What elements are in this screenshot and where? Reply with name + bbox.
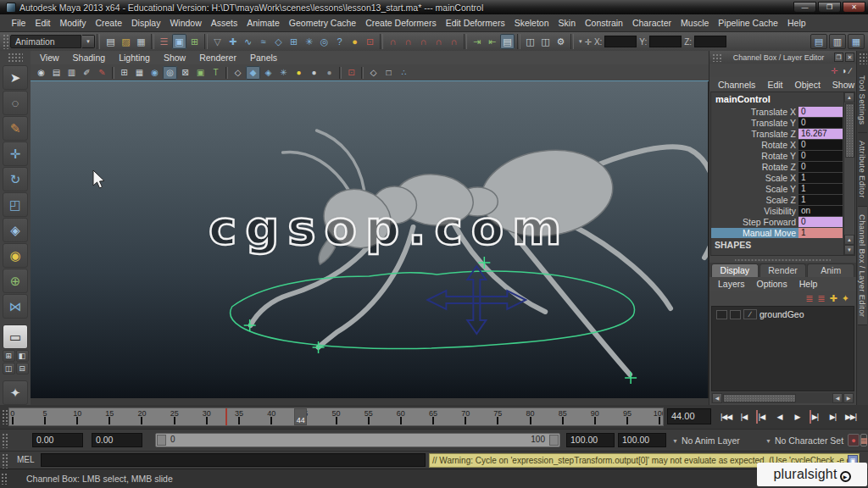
channel-value-field[interactable]: 1 [798,195,843,205]
persp-outliner-layout-button[interactable]: ◧ [16,350,29,362]
animation-end-field[interactable]: 100.00 [618,433,666,447]
panel-menu-show[interactable]: Show [158,53,192,63]
wireframe-mode-icon[interactable]: ◇ [231,66,245,80]
persp-graph-layout-button[interactable]: ⊟ [16,363,29,374]
channel-label[interactable]: Visibility [711,206,798,216]
move-layer-down-icon[interactable]: ≣ [817,293,825,304]
move-tool[interactable]: ✛ [3,141,28,166]
default-light-icon[interactable]: ● [292,66,306,80]
rotate-tool[interactable]: ↻ [3,167,28,191]
scroll-right-icon[interactable]: ▶ [843,393,854,403]
channel-box-menu-show[interactable]: Show [827,80,860,90]
menu-set-selector[interactable]: Animation [10,35,81,48]
lock-selection-icon[interactable]: ● [348,34,362,49]
layer-row-groundgeo[interactable]: ∕groundGeo [712,307,854,322]
channel-box-toggle-icon[interactable]: ▦ [848,34,865,49]
four-pane-layout-button[interactable]: ⊞ [3,350,15,362]
drag-handle[interactable] [712,53,722,62]
current-frame-marker[interactable]: 44 [294,408,307,425]
scroll-thumb[interactable] [845,103,854,158]
menu-skin[interactable]: Skin [554,16,580,30]
safe-title-icon[interactable]: T [209,66,223,80]
single-pane-layout-button[interactable]: ▭ [3,324,28,349]
drag-handle[interactable] [2,453,8,469]
toolbox-extra-button[interactable]: ✦ [3,380,28,405]
select-tool[interactable]: ➤ [3,65,28,90]
auto-keyframe-icon[interactable]: ● [848,434,860,446]
save-scene-icon[interactable]: ▦ [134,34,148,49]
plugin-shading-icon[interactable]: ∴ [397,66,411,80]
menu-assets[interactable]: Assets [206,16,242,30]
channel-value-field[interactable]: 1 [798,184,843,194]
mask-deformations-icon[interactable]: ⊞ [287,34,301,49]
channel-value-field[interactable]: 0 [798,151,843,161]
menu-animate[interactable]: Animate [242,16,285,30]
side-tab-channel-box[interactable]: Channel Box / Layer Editor [858,207,867,325]
close-button[interactable]: ✕ [843,2,865,13]
tool-settings-toggle-icon[interactable]: ▥ [829,34,846,49]
drag-handle[interactable] [1,473,7,485]
menu-display[interactable]: Display [126,16,164,30]
channel-label[interactable]: Rotate X [711,140,798,150]
step-back-one-frame-button[interactable]: |◀ [735,408,753,426]
menu-geometry-cache[interactable]: Geometry Cache [284,16,360,30]
select-hierarchy-icon[interactable]: ☰ [157,34,171,49]
all-lights-icon[interactable]: ✳ [276,66,291,80]
select-component-icon[interactable]: ⊞ [187,34,202,49]
channel-value-field[interactable]: 0 [798,140,843,150]
soft-modification-tool[interactable]: ◉ [3,243,28,268]
channel-label[interactable]: Translate Y [711,118,798,128]
menu-file[interactable]: File [7,16,31,30]
panel-splitter[interactable] [735,256,831,263]
menu-help[interactable]: Help [782,16,810,30]
animation-preferences-icon[interactable]: ▦ [860,434,867,446]
scroll-down-icon[interactable]: ▼ [844,245,854,255]
layer-playback-toggle[interactable] [730,310,741,319]
channel-label[interactable]: Scale X [711,173,798,183]
ipr-render-icon[interactable]: ◫ [538,34,553,49]
scroll-left-icon[interactable]: ◀ [832,393,843,403]
playback-end-field[interactable]: 100.00 [566,433,615,447]
close-panel-button[interactable]: ✕ [845,53,854,62]
camera-settings-icon[interactable]: ◉ [34,66,48,80]
channel-label[interactable]: Translate Z [711,129,798,139]
menu-edit[interactable]: Edit [31,16,55,30]
show-manipulator-tool[interactable]: ⊕ [3,269,28,293]
time-slider-ruler[interactable]: 0510152025303540455055606570758085909510… [8,408,664,426]
camera-bookmark-icon[interactable]: ▤ [49,66,64,80]
grease-pencil-icon[interactable]: ✎ [95,66,109,80]
command-line-input[interactable] [41,453,426,467]
range-start-handle[interactable] [157,435,166,446]
drag-handle[interactable] [859,53,867,64]
channel-label[interactable]: Manual Move [711,228,798,238]
channel-label[interactable]: Rotate Z [711,162,798,172]
isolate-cube-icon[interactable]: ◇ [366,66,381,80]
open-scene-icon[interactable]: ▨ [119,34,133,49]
two-pane-layout-button[interactable]: ◫ [3,363,15,374]
attribute-editor-toggle-icon[interactable]: ▤ [810,34,827,49]
side-tab-tool-settings[interactable]: Tool Settings [858,68,867,133]
menu-modify[interactable]: Modify [55,16,91,30]
mask-misc-icon[interactable]: ? [332,34,347,49]
play-forwards-button[interactable]: ▶ [788,408,806,426]
channel-scrollbar[interactable]: ▲ ▲ ▼ [843,92,854,255]
range-end-handle[interactable] [549,435,559,446]
render-current-frame-icon[interactable]: ◫ [523,34,537,49]
mask-curves-icon[interactable]: ≈ [256,34,270,49]
snap-grid-icon[interactable]: ∩ [386,34,400,49]
menu-set-arrow-icon[interactable]: ▼ [82,35,95,48]
mask-dynamics-icon[interactable]: ✳ [302,34,316,49]
menu-constrain[interactable]: Constrain [580,16,627,30]
select-object-icon[interactable]: ▣ [172,34,186,49]
isolate-outline-icon[interactable]: □ [381,66,396,80]
range-slider-track[interactable]: 0 100 [155,433,560,447]
make-live-icon[interactable]: ∩ [447,34,461,49]
drag-handle[interactable] [2,409,8,424]
menu-character[interactable]: Character [627,16,676,30]
joint-tool[interactable]: ⋈ [3,294,28,319]
render-settings-icon[interactable]: ⚙ [554,34,568,49]
channel-value-field[interactable]: 1 [798,173,843,183]
menu-window[interactable]: Window [165,16,206,30]
construction-history-icon[interactable]: ▤ [500,34,515,49]
panel-menu-view[interactable]: View [34,53,65,63]
